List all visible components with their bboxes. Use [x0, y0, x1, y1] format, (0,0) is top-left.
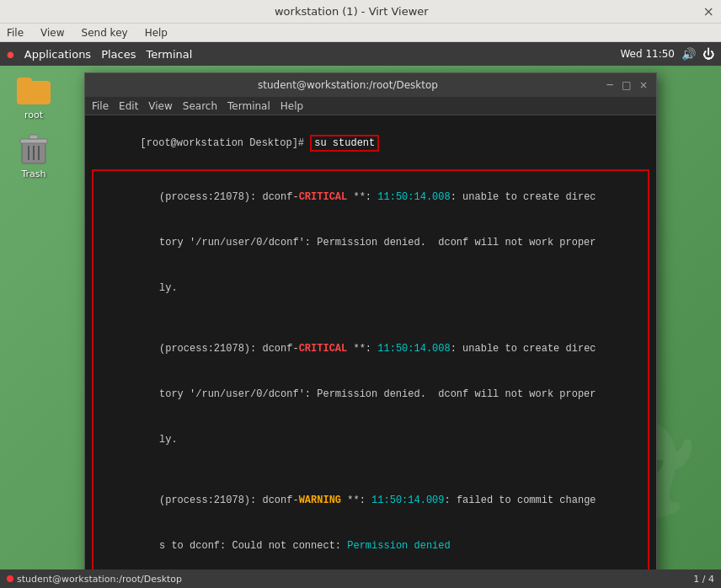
taskbar-applications[interactable]: Applications — [24, 48, 91, 61]
menu-send-key[interactable]: Send key — [78, 27, 131, 39]
desktop-icon-trash[interactable]: Trash — [8, 133, 59, 179]
cmd-su-student: su student — [310, 135, 379, 152]
error-line-3: ly. — [99, 265, 643, 311]
taskbar-right: Wed 11:50 🔊 ⏻ — [620, 47, 714, 61]
error-line-1: (process:21078): dconf-CRITICAL **: 11:5… — [99, 174, 643, 220]
menu-help[interactable]: Help — [142, 27, 171, 39]
folder-icon — [17, 74, 51, 108]
trash-icon — [17, 133, 51, 167]
close-icon[interactable]: × — [703, 3, 714, 19]
volume-icon[interactable]: 🔊 — [681, 47, 696, 61]
taskbar-places[interactable]: Places — [101, 48, 136, 61]
desktop: root Trash 👻 student@workstation:/root/D… — [0, 66, 721, 569]
taskbar: ● Applications Places Terminal Wed 11:50… — [0, 42, 721, 66]
trash-icon-label: Trash — [21, 168, 45, 179]
svg-rect-2 — [29, 135, 38, 139]
error-line-2: tory '/run/user/0/dconf': Permission den… — [99, 220, 643, 265]
terminal-menu-bar: File Edit View Search Terminal Help — [85, 97, 656, 115]
terminal-close-btn[interactable]: × — [638, 79, 649, 91]
error-line-5: tory '/run/user/0/dconf': Permission den… — [99, 372, 643, 417]
terminal-menu-file[interactable]: File — [92, 100, 109, 112]
status-left: student@workstation:/root/Desktop — [17, 574, 182, 585]
terminal-minimize-btn[interactable]: ─ — [604, 79, 616, 91]
terminal-menu-edit[interactable]: Edit — [119, 100, 138, 112]
error-line-7: (process:21078): dconf-WARNING **: 11:50… — [99, 478, 643, 523]
desktop-icon-root[interactable]: root — [8, 74, 59, 120]
terminal-title-text: student@workstation:/root/Desktop — [92, 79, 604, 91]
terminal-menu-view[interactable]: View — [148, 100, 172, 112]
terminal-line-1: [root@workstation Desktop]# su student — [92, 120, 649, 166]
title-bar-title: workstation (1) - Virt Viewer — [7, 5, 697, 18]
prompt-root: [root@workstation Desktop]# — [141, 137, 311, 149]
terminal-title-bar: student@workstation:/root/Desktop ─ □ × — [85, 73, 656, 97]
terminal-window: student@workstation:/root/Desktop ─ □ × … — [84, 72, 657, 588]
menu-view[interactable]: View — [37, 27, 67, 39]
error-line-8: s to dconf: Could not connect: Permissio… — [99, 523, 643, 569]
svg-rect-1 — [20, 139, 47, 143]
menu-file[interactable]: File — [3, 27, 27, 39]
taskbar-clock: Wed 11:50 — [620, 48, 675, 60]
taskbar-terminal[interactable]: Terminal — [147, 48, 193, 61]
terminal-menu-terminal[interactable]: Terminal — [227, 100, 270, 112]
status-bar: student@workstation:/root/Desktop 1 / 4 — [0, 569, 721, 588]
outer-menu-bar: File View Send key Help — [0, 24, 721, 42]
terminal-menu-search[interactable]: Search — [183, 100, 217, 112]
terminal-body[interactable]: [root@workstation Desktop]# su student (… — [85, 115, 656, 588]
root-icon-label: root — [24, 110, 43, 120]
red-indicator — [7, 575, 13, 582]
error-block: (process:21078): dconf-CRITICAL **: 11:5… — [92, 169, 649, 574]
error-line-4: (process:21078): dconf-CRITICAL **: 11:5… — [99, 326, 643, 372]
terminal-maximize-btn[interactable]: □ — [621, 79, 633, 91]
taskbar-left: ● Applications Places Terminal — [7, 48, 192, 61]
error-line-6: ly. — [99, 417, 643, 462]
error-line-blank1 — [99, 311, 643, 326]
power-icon[interactable]: ⏻ — [702, 47, 714, 61]
terminal-controls: ─ □ × — [604, 79, 649, 91]
status-right: 1 / 4 — [693, 574, 714, 585]
error-line-blank2 — [99, 462, 643, 478]
terminal-menu-help[interactable]: Help — [280, 100, 303, 112]
virt-viewer-title-bar: workstation (1) - Virt Viewer × — [0, 0, 721, 24]
app-indicator: ● — [7, 50, 14, 59]
